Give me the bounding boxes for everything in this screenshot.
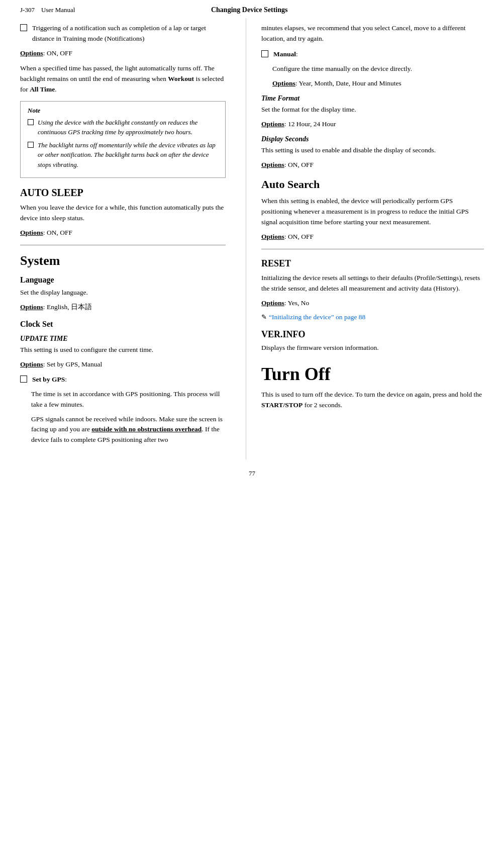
gps-continued: minutes elapses, we recommend that you s… [261,23,484,44]
note-item-1: Using the device with the backlight cons… [28,118,218,137]
manual-label: Manual: [273,49,484,60]
system-heading: System [20,253,226,268]
notification-checkbox-item: Triggering of a notification such as com… [20,23,226,44]
auto-sleep-body: When you leave the device for a while, t… [20,203,226,224]
page-model: J-307 User Manual [20,6,75,14]
clock-set-heading: Clock Set [20,320,226,329]
note-text-2: The backlight turns off momentarily whil… [38,140,218,170]
manual-options-label: Options [272,79,295,87]
ver-info-body: Displays the firmware version informatio… [261,343,484,353]
update-time-options: Options: Set by GPS, Manual [20,359,226,369]
manual-checkbox-item: Manual: [261,49,484,60]
update-time-body: This setting is used to configure the cu… [20,345,226,355]
gps-para1: The time is set in accordance with GPS p… [31,389,226,410]
display-seconds-body: This setting is used to enable and disab… [261,145,484,156]
update-time-options-label: Options [20,360,43,368]
manual-options: Options: Year, Month, Date, Hour and Min… [272,78,484,88]
time-format-options-label: Options [261,120,284,128]
update-time-heading: UPDATE TIME [20,335,226,343]
content-wrapper: Triggering of a notification such as com… [0,18,504,459]
auto-search-options-value: ON, OFF [288,233,314,240]
pencil-icon: ✎ [261,313,267,321]
language-options-value: English, 日本語 [47,303,92,311]
update-time-options-value: Set by GPS, Manual [47,360,102,368]
reset-options-value: Yes, No [287,299,309,307]
note-checkbox-1 [28,119,34,125]
page-number: 77 [0,459,504,483]
language-body: Set the display language. [20,288,226,298]
right-column: minutes elapses, we recommend that you s… [246,18,504,459]
set-by-gps-checkbox-icon [20,376,27,383]
manual-checkbox-icon [261,50,268,57]
reset-divider [261,249,484,249]
note-title: Note [28,107,218,115]
language-options-label: Options [20,303,43,311]
auto-search-options: Options: ON, OFF [261,232,484,242]
display-seconds-options-value: ON, OFF [288,161,314,168]
ver-info-heading: VER.INFO [261,329,484,340]
reset-body: Initializing the device resets all setti… [261,273,484,294]
time-format-heading: Time Format [261,95,484,103]
auto-sleep-options-value: ON, OFF [47,229,72,236]
time-format-body: Set the format for the display time. [261,105,484,115]
options-colon: : [43,49,47,57]
auto-search-body: When this setting is enabled, the device… [261,196,484,228]
manual-body: Configure the time manually on the devic… [272,64,484,74]
time-format-options-value: 12 Hour, 24 Hour [288,120,336,128]
display-seconds-options: Options: ON, OFF [261,160,484,170]
page-header: J-307 User Manual Changing Device Settin… [0,0,504,18]
display-seconds-heading: Display Seconds [261,135,484,143]
notification-text: Triggering of a notification such as com… [32,23,226,44]
note-box: Note Using the device with the backlight… [20,101,226,178]
manual-options-value: Year, Month, Date, Hour and Minutes [298,79,401,87]
reset-options-label: Options [261,299,284,307]
language-options: Options: English, 日本語 [20,302,226,312]
set-by-gps-item: Set by GPS: [20,375,226,385]
time-format-options: Options: 12 Hour, 24 Hour [261,119,484,129]
notification-options: Options: ON, OFF [20,48,226,58]
note-text-1: Using the device with the backlight cons… [38,118,218,137]
turn-off-body: This is used to turn off the device. To … [261,390,484,411]
options-value: ON, OFF [47,49,72,57]
auto-sleep-options-label: Options [20,229,43,236]
reset-options: Options: Yes, No [261,298,484,308]
auto-search-options-label: Options [261,233,284,240]
language-heading: Language [20,275,226,285]
model-label: J-307 [20,6,35,14]
left-column: Triggering of a notification such as com… [0,18,246,459]
turn-off-heading: Turn Off [261,363,484,385]
auto-sleep-options: Options: ON, OFF [20,228,226,238]
backlight-paragraph: When a specified time has passed, the li… [20,63,226,95]
auto-search-heading: Auto Search [261,178,484,191]
checkbox-icon [20,24,27,31]
page-title: Changing Device Settings [75,6,424,14]
reset-heading: RESET [261,258,484,269]
note-item-2: The backlight turns off momentarily whil… [28,140,218,170]
auto-sleep-heading: AUTO SLEEP [20,187,226,199]
manual-label: User Manual [41,6,75,14]
options-label: Options [20,49,43,57]
note-checkbox-2 [28,142,34,148]
reset-link[interactable]: ✎“Initializing the device” on page 88 [261,313,484,321]
display-seconds-options-label: Options [261,161,284,168]
set-by-gps-label: Set by GPS: [32,375,226,385]
section-divider [20,245,226,245]
gps-para2: GPS signals cannot be received while ind… [31,414,226,446]
